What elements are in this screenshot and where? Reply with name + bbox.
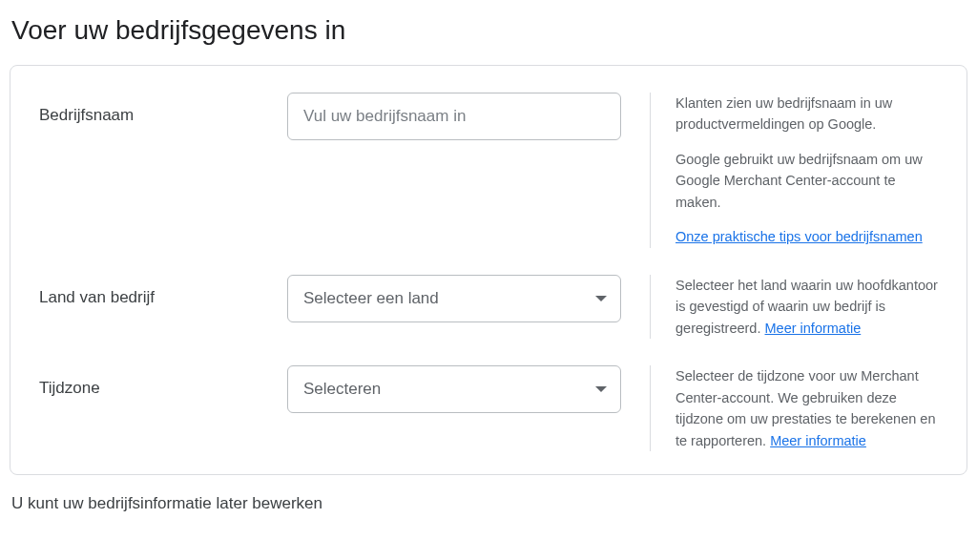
- row-business-name: Bedrijfsnaam Klanten zien uw bedrijfsnaa…: [39, 93, 938, 248]
- label-country: Land van bedrijf: [39, 275, 268, 307]
- divider: [650, 93, 651, 248]
- help-country: Selecteer het land waarin uw hoofdkantoo…: [676, 275, 938, 339]
- help-text: Klanten zien uw bedrijfsnaam in uw produ…: [676, 93, 938, 135]
- label-business-name: Bedrijfsnaam: [39, 93, 268, 125]
- business-name-input[interactable]: [287, 93, 621, 140]
- tips-link[interactable]: Onze praktische tips voor bedrijfsnamen: [676, 229, 923, 244]
- chevron-down-icon: [595, 386, 607, 392]
- timezone-select[interactable]: Selecteren: [287, 365, 621, 413]
- divider: [650, 275, 651, 339]
- select-placeholder: Selecteer een land: [303, 289, 439, 308]
- help-business-name: Klanten zien uw bedrijfsnaam in uw produ…: [676, 93, 938, 248]
- country-select[interactable]: Selecteer een land: [287, 275, 621, 322]
- footer-note: U kunt uw bedrijfsinformatie later bewer…: [11, 494, 967, 513]
- help-timezone: Selecteer de tijdzone voor uw Merchant C…: [676, 365, 938, 451]
- label-timezone: Tijdzone: [39, 365, 268, 398]
- more-info-link[interactable]: Meer informatie: [770, 433, 866, 448]
- divider: [650, 365, 651, 451]
- page-title: Voer uw bedrijfsgegevens in: [11, 15, 967, 46]
- select-placeholder: Selecteren: [303, 380, 381, 399]
- help-text: Google gebruikt uw bedrijfsnaam om uw Go…: [676, 149, 938, 213]
- more-info-link[interactable]: Meer informatie: [765, 321, 862, 336]
- row-timezone: Tijdzone Selecteren Selecteer de tijdzon…: [39, 365, 938, 451]
- row-country: Land van bedrijf Selecteer een land Sele…: [39, 275, 938, 339]
- chevron-down-icon: [595, 296, 607, 301]
- business-info-card: Bedrijfsnaam Klanten zien uw bedrijfsnaa…: [10, 65, 967, 475]
